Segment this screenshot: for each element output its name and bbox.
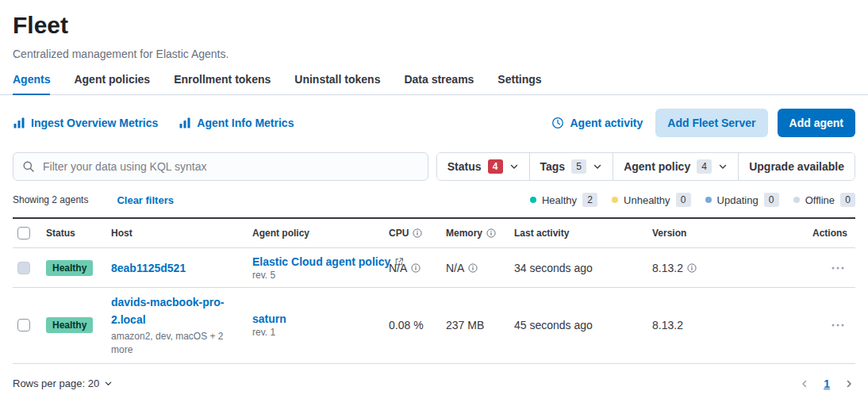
tab-uninstall-tokens[interactable]: Uninstall tokens	[294, 73, 380, 94]
showing-agents-count: Showing 2 agents	[13, 194, 88, 205]
chevron-right-icon	[844, 379, 854, 389]
legend-healthy-label: Healthy	[542, 194, 577, 206]
rows-per-page-button[interactable]: Rows per page: 20	[13, 377, 113, 389]
status-cell: Healthy	[41, 311, 106, 339]
agents-table: Status Host Agent policy CPU Memory Last…	[13, 217, 855, 364]
filter-status-label: Status	[447, 160, 482, 173]
chevron-down-icon	[509, 162, 519, 171]
host-link[interactable]: 8eab1125d521	[111, 262, 186, 274]
actions-cell	[822, 314, 855, 336]
page-number[interactable]: 1	[824, 377, 830, 390]
agent-row: Healthy davids-macbook-pro-2.local amazo…	[13, 288, 855, 364]
column-header-status: Status	[41, 220, 106, 247]
cpu-header-label: CPU	[389, 228, 409, 239]
legend-healthy-count: 2	[582, 193, 597, 207]
memory-cell: N/A	[441, 255, 509, 281]
agent-policy-link[interactable]: Elastic Cloud agent policy	[252, 255, 390, 268]
ingest-overview-metrics-label: Ingest Overview Metrics	[31, 117, 158, 129]
memory-header-label: Memory	[446, 228, 482, 239]
filter-tags[interactable]: Tags 5	[530, 153, 614, 180]
row-select-checkbox[interactable]	[17, 319, 30, 331]
summary-row: Showing 2 agents Clear filters Healthy 2…	[13, 193, 855, 207]
tab-enrollment-tokens[interactable]: Enrollment tokens	[174, 73, 271, 94]
cpu-value: N/A	[389, 262, 407, 274]
chevron-down-icon	[593, 162, 602, 171]
info-icon[interactable]	[486, 228, 496, 238]
version-cell: 8.13.2	[647, 312, 766, 338]
chevron-left-icon	[800, 379, 809, 389]
healthy-dot-icon	[530, 197, 536, 203]
tab-settings[interactable]: Settings	[497, 73, 541, 94]
agent-policy-cell: Elastic Cloud agent policy rev. 5	[248, 249, 384, 287]
tab-data-streams[interactable]: Data streams	[404, 73, 474, 94]
tabs: Agents Agent policies Enrollment tokens …	[0, 73, 868, 95]
column-header-agent-policy: Agent policy	[248, 220, 384, 247]
filter-status-count-badge: 4	[488, 159, 503, 174]
info-icon[interactable]	[468, 263, 478, 273]
toolbar-metrics-links: Ingest Overview Metrics Agent Info Metri…	[13, 117, 294, 129]
bar-chart-icon	[13, 117, 25, 129]
page-header: Fleet Centralized management for Elastic…	[0, 0, 868, 60]
row-actions-button[interactable]	[827, 320, 849, 330]
ingest-overview-metrics-link[interactable]: Ingest Overview Metrics	[13, 117, 158, 129]
filter-group: Status 4 Tags 5 Agent policy 4	[436, 152, 855, 181]
legend-offline-label: Offline	[805, 194, 835, 206]
search-input[interactable]	[41, 159, 419, 174]
row-select-cell	[13, 255, 41, 281]
ellipsis-icon	[832, 324, 844, 327]
agent-activity-label: Agent activity	[570, 117, 643, 129]
unhealthy-dot-icon	[612, 197, 618, 203]
info-icon[interactable]	[687, 263, 697, 273]
bar-chart-icon	[179, 117, 191, 129]
agent-activity-link[interactable]: Agent activity	[551, 117, 643, 129]
legend-offline-count: 0	[840, 193, 855, 207]
ellipsis-icon	[832, 266, 844, 270]
chevron-down-icon	[104, 379, 113, 388]
filter-agent-policy-label: Agent policy	[624, 160, 690, 173]
cpu-cell: N/A	[384, 255, 441, 281]
host-link[interactable]: davids-macbook-pro-2.local	[111, 296, 224, 326]
add-agent-button[interactable]: Add agent	[778, 109, 855, 137]
next-page-button[interactable]	[843, 377, 855, 390]
filter-status[interactable]: Status 4	[437, 153, 530, 180]
health-status-badge: Healthy	[46, 317, 93, 333]
previous-page-button[interactable]	[798, 377, 811, 390]
column-header-version: Version	[647, 220, 766, 247]
column-header-host: Host	[106, 220, 248, 247]
add-fleet-server-button[interactable]: Add Fleet Server	[655, 109, 767, 137]
updating-dot-icon	[705, 197, 712, 203]
select-all-checkbox[interactable]	[17, 227, 30, 239]
host-cell: davids-macbook-pro-2.local amazon2, dev,…	[106, 288, 248, 363]
actions-cell	[822, 257, 855, 279]
offline-dot-icon	[793, 197, 800, 203]
version-value: 8.13.2	[652, 262, 683, 274]
clear-filters-link[interactable]: Clear filters	[117, 194, 174, 206]
agent-policy-link[interactable]: saturn	[252, 312, 286, 325]
info-icon[interactable]	[411, 263, 421, 273]
agent-row: Healthy 8eab1125d521 Elastic Cloud agent…	[13, 248, 855, 288]
select-all-cell	[13, 219, 41, 247]
rows-per-page-label: Rows per page: 20	[13, 377, 99, 389]
tab-agents[interactable]: Agents	[13, 73, 50, 94]
pagination: 1	[798, 377, 855, 390]
tab-agent-policies[interactable]: Agent policies	[74, 73, 150, 94]
legend-updating-label: Updating	[717, 194, 759, 206]
filter-tags-count-badge: 5	[571, 159, 586, 174]
legend-offline: Offline 0	[793, 193, 855, 207]
legend-updating-count: 0	[764, 193, 779, 207]
last-activity-cell: 34 seconds ago	[509, 255, 647, 281]
filter-upgrade-available[interactable]: Upgrade available	[739, 153, 855, 180]
agent-info-metrics-label: Agent Info Metrics	[197, 117, 294, 129]
info-icon[interactable]	[413, 228, 422, 238]
row-actions-button[interactable]	[827, 263, 849, 273]
search-filter-row: Status 4 Tags 5 Agent policy 4	[13, 152, 855, 181]
table-header-row: Status Host Agent policy CPU Memory Last…	[13, 219, 855, 248]
filter-agent-policy[interactable]: Agent policy 4	[613, 153, 739, 180]
policy-revision: rev. 5	[252, 270, 275, 281]
page-subtitle: Centralized management for Elastic Agent…	[13, 48, 855, 60]
memory-cell: 237 MB	[441, 312, 509, 338]
toolbar-actions: Agent activity Add Fleet Server Add agen…	[551, 109, 855, 137]
agent-info-metrics-link[interactable]: Agent Info Metrics	[179, 117, 294, 129]
row-select-checkbox	[17, 262, 30, 274]
column-header-memory: Memory	[441, 220, 509, 247]
